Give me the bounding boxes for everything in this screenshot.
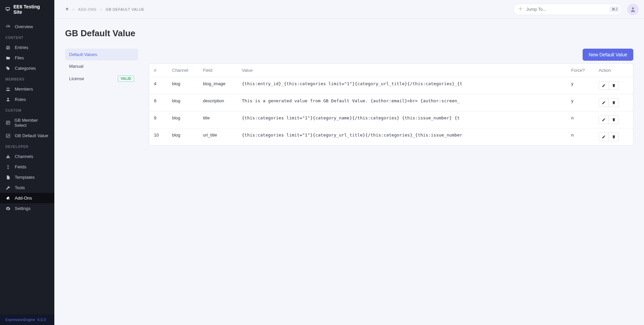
tab-label: Manual <box>69 64 84 69</box>
chart-box-icon <box>5 133 11 138</box>
nav-label: Files <box>15 55 24 60</box>
cell-force: n <box>567 111 594 128</box>
delete-button[interactable] <box>609 98 619 107</box>
tab-manual[interactable]: Manual <box>65 60 138 72</box>
nav-item-fields[interactable]: Fields <box>0 162 54 172</box>
cell-action <box>594 77 633 94</box>
cell-id: 4 <box>149 77 167 94</box>
nav-item-files[interactable]: Files <box>0 53 54 63</box>
nav-item-add-ons[interactable]: Add-Ons <box>0 193 54 203</box>
table-row: 8 blog description This is a generated v… <box>149 94 633 111</box>
nav-label: Channels <box>15 154 33 159</box>
new-default-value-button[interactable]: New Default Value <box>583 49 633 61</box>
product-link[interactable]: ExpressionEngine <box>5 318 35 322</box>
version-text: 6.0.3 <box>38 318 46 322</box>
cell-field: url_title <box>198 128 237 145</box>
pencil-icon <box>602 135 606 139</box>
col-value[interactable]: Value <box>237 64 567 77</box>
gear-icon <box>5 206 11 211</box>
user-icon <box>5 97 11 102</box>
nav-label: GB Default Value <box>15 133 48 138</box>
site-title: EE6 Testing Site <box>13 4 49 15</box>
nav-item-roles[interactable]: Roles <box>0 94 54 105</box>
nav-label: GB Member Select <box>14 118 49 128</box>
cell-field: blog_image <box>198 77 237 94</box>
col-id[interactable]: # <box>149 64 167 77</box>
data-table: # Channel Field Value Force? Action 4 bl… <box>149 63 633 146</box>
edit-button[interactable] <box>599 81 609 90</box>
nav-item-categories[interactable]: Categories <box>0 63 54 73</box>
nav-item-gb-default-value[interactable]: GB Default Value <box>0 130 54 141</box>
breadcrumb-item[interactable]: ADD-ONS <box>78 7 97 11</box>
tab-label: License <box>69 76 84 81</box>
cell-channel: blog <box>167 94 198 111</box>
trash-icon <box>612 101 616 105</box>
cell-value: {this:categories limit="1"}{category_url… <box>237 128 567 145</box>
breadcrumb: >ADD-ONS>GB DEFAULT VALUE <box>65 7 144 12</box>
target-icon <box>518 6 523 12</box>
avatar[interactable] <box>627 4 639 15</box>
cell-value: {this:entry_id}_{this:categories limit="… <box>237 77 567 94</box>
nav-item-channels[interactable]: Channels <box>0 151 54 162</box>
col-channel[interactable]: Channel <box>167 64 198 77</box>
file-icon <box>5 175 11 180</box>
members-icon <box>5 87 11 92</box>
nav-overview[interactable]: Overview <box>0 21 54 32</box>
delete-button[interactable] <box>609 81 619 90</box>
nav-item-gb-member-select[interactable]: GB Member Select <box>0 115 54 130</box>
cell-id: 10 <box>149 128 167 145</box>
cell-channel: blog <box>167 111 198 128</box>
nav-item-members[interactable]: Members <box>0 84 54 94</box>
breadcrumb-separator: > <box>72 7 75 11</box>
nav-label: Categories <box>15 66 36 71</box>
nav-label: Roles <box>15 97 26 102</box>
wrench-icon <box>5 185 11 190</box>
col-action: Action <box>594 64 633 77</box>
nav-label: Settings <box>15 206 31 211</box>
nav-item-settings[interactable]: Settings <box>0 203 54 214</box>
page-title: GB Default Value <box>65 28 633 39</box>
trash-icon <box>612 84 616 88</box>
pencil-icon <box>602 101 606 105</box>
jump-input[interactable] <box>526 7 606 12</box>
trash-icon <box>612 135 616 139</box>
pencil-icon <box>602 84 606 88</box>
nav-item-tools[interactable]: Tools <box>0 182 54 193</box>
col-force[interactable]: Force? <box>567 64 594 77</box>
avatar-icon <box>630 6 636 12</box>
edit-button[interactable] <box>599 98 609 107</box>
table-row: 10 blog url_title {this:categories limit… <box>149 128 633 145</box>
status-badge: VALID <box>118 75 134 82</box>
sidebar-nav: OverviewCONTENTEntriesFilesCategoriesMEM… <box>0 19 54 314</box>
cell-force: y <box>567 94 594 111</box>
dashboard-icon <box>5 24 11 29</box>
sidebar: EE6 Testing Site OverviewCONTENTEntriesF… <box>0 0 54 325</box>
edit-button[interactable] <box>599 115 609 124</box>
shortcut-badge: ⌘J <box>610 6 620 12</box>
select-box-icon <box>5 120 10 125</box>
site-title-bar[interactable]: EE6 Testing Site <box>0 0 54 19</box>
tab-default-values[interactable]: Default Values <box>65 49 138 60</box>
jump-search[interactable]: ⌘J <box>513 4 622 15</box>
nav-header: MEMBERS <box>0 73 54 84</box>
col-field[interactable]: Field <box>198 64 237 77</box>
delete-button[interactable] <box>609 132 619 141</box>
trash-icon <box>612 118 616 122</box>
entries-icon <box>5 45 11 50</box>
home-icon[interactable] <box>65 7 69 12</box>
edit-button[interactable] <box>599 132 609 141</box>
cell-field: description <box>198 94 237 111</box>
nav-item-entries[interactable]: Entries <box>0 42 54 53</box>
pencil-icon <box>602 118 606 122</box>
puzzle-icon <box>5 196 11 201</box>
tab-license[interactable]: LicenseVALID <box>65 72 138 85</box>
nav-item-templates[interactable]: Templates <box>0 172 54 182</box>
side-tabs: Default ValuesManualLicenseVALID <box>65 49 138 85</box>
cell-action <box>594 94 633 111</box>
nav-header: CUSTOM <box>0 105 54 115</box>
table-header: # Channel Field Value Force? Action <box>149 64 633 77</box>
cell-value: This is a generated value from GB Defaul… <box>237 94 567 111</box>
nav-header: CONTENT <box>0 32 54 42</box>
breadcrumb-item: GB DEFAULT VALUE <box>106 7 144 11</box>
delete-button[interactable] <box>609 115 619 124</box>
